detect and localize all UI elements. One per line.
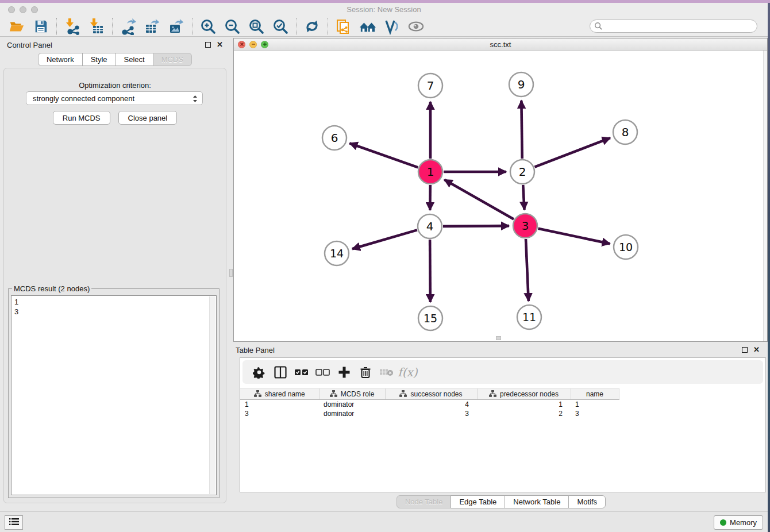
select-all-icon[interactable] [291,364,312,381]
tab-mcds[interactable]: MCDS [153,53,192,66]
eye-icon[interactable] [404,17,428,36]
graph-node-1[interactable]: 1 [418,160,442,184]
toolbar-separator [328,18,328,35]
toolbar-separator [296,18,297,35]
import-table-icon[interactable] [84,17,109,36]
graph-edge-3-10[interactable] [538,229,610,244]
graph-edge-4-3[interactable] [443,226,509,226]
graph-node-3[interactable]: 3 [513,214,537,238]
show-graphics-details-icon[interactable] [380,17,404,36]
mcds-result-list[interactable]: 13 [11,295,217,495]
tab-network[interactable]: Network [38,53,83,66]
table-cell[interactable]: 1 [571,400,619,409]
table-cell[interactable]: 3 [571,409,619,418]
column-header-successor-nodes[interactable]: successor nodes [385,389,477,400]
column-header-shared-name[interactable]: shared name [240,389,319,400]
zoom-fit-icon[interactable] [244,17,268,36]
task-history-button[interactable] [5,515,23,530]
graph-edge-2-3[interactable] [523,185,524,210]
save-session-icon[interactable] [29,17,53,36]
table-cell[interactable]: 1 [477,400,571,409]
table-cell[interactable]: 3 [240,409,319,418]
table-cell[interactable]: 1 [240,400,319,409]
gear-icon[interactable] [248,364,270,381]
export-image-icon[interactable] [164,17,188,36]
graph-node-14[interactable]: 14 [325,241,349,265]
new-network-icon[interactable] [332,17,356,36]
graph-node-9[interactable]: 9 [509,72,533,97]
status-bar: Memory [0,511,768,532]
graph-edge-2-9[interactable] [521,101,522,159]
column-layout-icon[interactable] [270,364,291,381]
table-cell[interactable]: 2 [477,409,571,418]
graph-node-2[interactable]: 2 [510,160,534,184]
add-icon[interactable] [333,364,355,381]
column-header-predecessor-nodes[interactable]: predecessor nodes [477,389,571,400]
criterion-select[interactable]: strongly connected component [26,91,203,105]
result-scrollbar[interactable] [209,296,215,494]
close-panel-icon[interactable]: ✕ [217,42,223,48]
zoom-out-icon[interactable] [220,17,244,36]
tab-motifs[interactable]: Motifs [568,495,606,508]
table-cell[interactable]: dominator [319,400,385,409]
tab-node-table[interactable]: Node Table [396,495,452,508]
toolbar-separator [192,18,192,35]
network-resize-handle[interactable] [496,336,501,340]
svg-text:14: 14 [330,247,344,260]
main-toolbar [0,16,768,37]
network-view-window: scc.txt 1234678910111415 [233,38,768,342]
graph-node-11[interactable]: 11 [517,305,541,329]
tab-edge-table[interactable]: Edge Table [451,495,505,508]
close-panel-button[interactable]: Close panel [118,111,178,125]
graph-node-6[interactable]: 6 [322,126,346,150]
toolbar-separator [56,18,57,35]
mcds-result-fieldset: MCDS result (2 nodes) 13 [8,284,220,498]
delete-column-icon[interactable] [376,364,397,381]
table-cell[interactable]: 3 [385,409,477,418]
window-title: Session: New Session [0,5,768,14]
graph-node-10[interactable]: 10 [614,235,638,259]
tab-select[interactable]: Select [116,53,153,66]
tab-network-table[interactable]: Network Table [505,495,569,508]
control-panel-tabs: NetworkStyleSelectMCDS [0,53,230,66]
table-cell[interactable]: 4 [385,400,477,409]
network-canvas[interactable]: 1234678910111415 [234,51,767,341]
table-row[interactable]: 1dominator411 [240,400,619,409]
column-header-MCDS-role[interactable]: MCDS role [319,389,385,400]
graph-node-7[interactable]: 7 [418,74,442,98]
float-table-panel-icon[interactable] [742,347,748,353]
table-row[interactable]: 3dominator323 [240,409,619,418]
network-window-titlebar[interactable]: scc.txt [234,38,767,51]
graph-edge-2-8[interactable] [534,138,610,167]
export-network-icon[interactable] [116,17,140,36]
graph-node-4[interactable]: 4 [418,214,442,238]
deselect-all-icon[interactable] [312,364,333,381]
svg-text:8: 8 [622,125,629,139]
delete-icon[interactable] [355,364,376,381]
refresh-layout-icon[interactable] [300,17,324,36]
memory-button[interactable]: Memory [714,515,763,530]
graph-edge-3-11[interactable] [526,239,529,301]
run-mcds-button[interactable]: Run MCDS [53,111,110,125]
panel-divider-handle[interactable] [229,269,233,277]
float-panel-icon[interactable] [205,42,211,48]
zoom-in-icon[interactable] [196,17,220,36]
table-cell[interactable]: dominator [319,409,385,418]
export-table-icon[interactable] [140,17,164,36]
home-icon[interactable] [356,17,380,36]
network-vertical-scrollbar[interactable] [763,51,767,341]
graph-edge-1-6[interactable] [349,143,418,167]
open-session-icon[interactable] [5,17,29,36]
graph-edge-4-15[interactable] [430,240,430,302]
search-input[interactable] [590,20,757,33]
graph-edge-3-1[interactable] [444,180,514,219]
close-table-panel-icon[interactable]: ✕ [753,347,760,353]
zoom-selected-icon[interactable] [268,17,292,36]
tab-style[interactable]: Style [82,53,116,66]
column-header-name[interactable]: name [571,389,619,400]
import-network-icon[interactable] [60,17,84,36]
graph-node-8[interactable]: 8 [613,120,637,144]
graph-edge-4-14[interactable] [352,230,417,249]
function-builder-icon[interactable]: f(x) [397,364,418,381]
graph-node-15[interactable]: 15 [418,306,442,330]
